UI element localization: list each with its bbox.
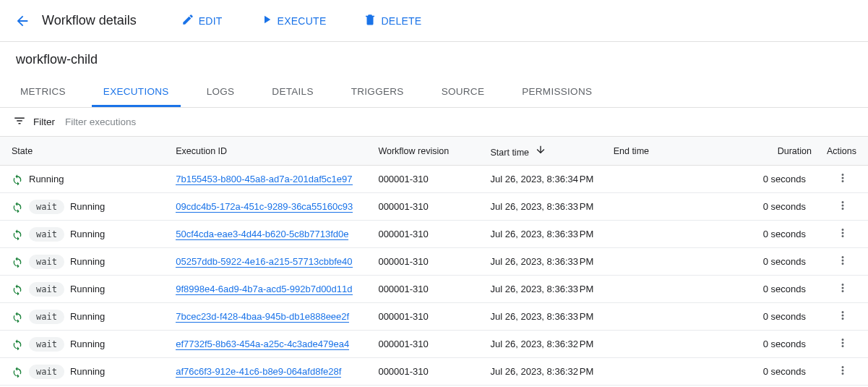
execution-id-link[interactable]: 50cf4cda-eae3-4d44-b620-5c8b7713fd0e: [176, 229, 348, 240]
trash-icon: [364, 13, 377, 28]
sort-desc-icon: [535, 148, 546, 158]
row-actions-menu[interactable]: [836, 254, 849, 267]
tabs: METRICS EXECUTIONS LOGS DETAILS TRIGGERS…: [0, 77, 868, 108]
edit-button[interactable]: Edit: [174, 9, 230, 33]
execution-id-link[interactable]: 05257ddb-5922-4e16-a215-57713cbbfe40: [176, 256, 352, 268]
duration-cell: 0 seconds: [716, 166, 817, 193]
tab-source[interactable]: SOURCE: [430, 77, 497, 107]
tab-metrics[interactable]: METRICS: [9, 77, 77, 107]
col-start-time[interactable]: Start time: [485, 137, 608, 166]
revision-cell: 000001-310: [372, 303, 484, 331]
filter-icon[interactable]: [13, 114, 26, 129]
table-row: Running 7b155453-b800-45a8-ad7a-201daf5c…: [0, 166, 868, 193]
table-row: wait Running ef7732f5-8b63-454a-a25c-4c3…: [0, 331, 868, 358]
table-header-row: State Execution ID Workflow revision Sta…: [0, 137, 868, 166]
wait-chip: wait: [29, 255, 64, 269]
running-icon: [12, 311, 23, 323]
state-cell: wait Running: [12, 227, 164, 242]
running-icon: [12, 229, 23, 240]
state-label: Running: [70, 311, 105, 322]
running-icon: [12, 256, 23, 268]
start-time-cell: Jul 26, 2023, 8:36:33 PM: [485, 193, 608, 221]
row-actions-menu[interactable]: [836, 171, 849, 184]
state-cell: wait Running: [12, 365, 164, 379]
running-icon: [12, 201, 23, 213]
running-icon: [12, 366, 23, 378]
end-time-cell: [608, 248, 716, 276]
table-row: wait Running 9f8998e4-6ad9-4b7a-acd5-992…: [0, 276, 868, 303]
revision-cell: 000001-310: [372, 221, 484, 248]
col-end-time[interactable]: End time: [608, 137, 716, 166]
col-execution-id[interactable]: Execution ID: [170, 137, 372, 166]
start-time-cell: Jul 26, 2023, 8:36:33 PM: [485, 276, 608, 303]
state-label: Running: [29, 174, 64, 184]
wait-chip: wait: [29, 337, 64, 352]
state-cell: wait Running: [12, 200, 164, 214]
back-arrow-icon[interactable]: [12, 10, 33, 32]
start-time-cell: Jul 26, 2023, 8:36:33 PM: [485, 303, 608, 331]
end-time-cell: [608, 221, 716, 248]
state-cell: Running: [12, 174, 164, 185]
table-row: wait Running af76c6f3-912e-41c6-b8e9-064…: [0, 358, 868, 386]
state-cell: wait Running: [12, 255, 164, 269]
col-workflow-revision[interactable]: Workflow revision: [372, 137, 484, 166]
revision-cell: 000001-310: [372, 358, 484, 386]
start-time-cell: Jul 26, 2023, 8:36:32 PM: [485, 331, 608, 358]
state-cell: wait Running: [12, 310, 164, 324]
delete-label: Delete: [381, 15, 421, 27]
row-actions-menu[interactable]: [836, 226, 849, 239]
wait-chip: wait: [29, 200, 64, 214]
execution-id-link[interactable]: 09cdc4b5-172a-451c-9289-36ca55160c93: [176, 201, 353, 213]
running-icon: [12, 174, 23, 185]
duration-cell: 0 seconds: [716, 276, 817, 303]
end-time-cell: [608, 166, 716, 193]
filter-input[interactable]: [62, 114, 855, 130]
end-time-cell: [608, 193, 716, 221]
execute-button[interactable]: Execute: [253, 9, 334, 33]
row-actions-menu[interactable]: [836, 199, 849, 212]
pencil-icon: [181, 13, 194, 28]
tab-triggers[interactable]: TRIGGERS: [340, 77, 416, 107]
revision-cell: 000001-310: [372, 193, 484, 221]
wait-chip: wait: [29, 310, 64, 324]
row-actions-menu[interactable]: [836, 281, 849, 294]
start-time-cell: Jul 26, 2023, 8:36:33 PM: [485, 221, 608, 248]
state-label: Running: [70, 201, 105, 212]
col-duration[interactable]: Duration: [716, 137, 817, 166]
end-time-cell: [608, 276, 716, 303]
tab-permissions[interactable]: PERMISSIONS: [510, 77, 603, 107]
delete-button[interactable]: Delete: [356, 9, 429, 33]
row-actions-menu[interactable]: [836, 364, 849, 377]
tab-details[interactable]: DETAILS: [260, 77, 325, 107]
duration-cell: 0 seconds: [716, 358, 817, 386]
state-label: Running: [70, 284, 105, 294]
page-title: Workflow details: [42, 13, 137, 28]
state-label: Running: [70, 339, 105, 349]
revision-cell: 000001-310: [372, 166, 484, 193]
execution-id-link[interactable]: af76c6f3-912e-41c6-b8e9-064afd8fe28f: [176, 366, 341, 378]
row-actions-menu[interactable]: [836, 309, 849, 322]
page-header: Workflow details Edit Execute Delete: [0, 0, 868, 42]
play-icon: [260, 13, 273, 28]
running-icon: [12, 339, 23, 350]
execution-id-link[interactable]: 7b155453-b800-45a8-ad7a-201daf5c1e97: [176, 174, 352, 185]
execute-label: Execute: [278, 15, 327, 27]
wait-chip: wait: [29, 282, 64, 297]
duration-cell: 0 seconds: [716, 248, 817, 276]
state-label: Running: [70, 256, 105, 267]
wait-chip: wait: [29, 365, 64, 379]
table-row: wait Running 7bcec23d-f428-4baa-945b-db1…: [0, 303, 868, 331]
end-time-cell: [608, 331, 716, 358]
revision-cell: 000001-310: [372, 248, 484, 276]
start-time-cell: Jul 26, 2023, 8:36:34 PM: [485, 166, 608, 193]
execution-id-link[interactable]: 9f8998e4-6ad9-4b7a-acd5-992b7d00d11d: [176, 284, 352, 295]
tab-executions[interactable]: EXECUTIONS: [92, 77, 181, 107]
row-actions-menu[interactable]: [836, 336, 849, 349]
execution-id-link[interactable]: ef7732f5-8b63-454a-a25c-4c3ade479ea4: [176, 339, 349, 350]
execution-id-link[interactable]: 7bcec23d-f428-4baa-945b-db1e888eee2f: [176, 311, 349, 323]
state-cell: wait Running: [12, 282, 164, 297]
tab-logs[interactable]: LOGS: [195, 77, 246, 107]
running-icon: [12, 284, 23, 295]
col-state[interactable]: State: [0, 137, 170, 166]
duration-cell: 0 seconds: [716, 221, 817, 248]
